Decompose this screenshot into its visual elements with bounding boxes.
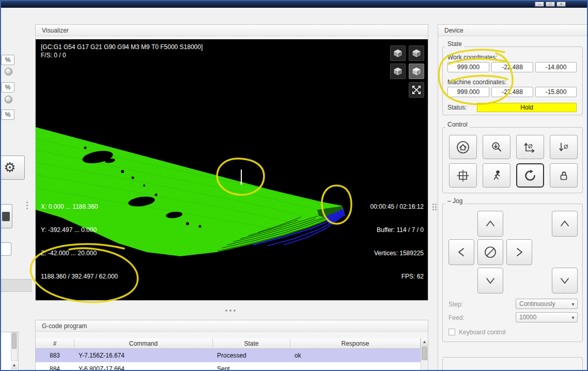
chevron-down-icon [483,273,498,288]
gcode-scrollbar[interactable]: ▲ [421,338,428,370]
gear-icon: ⚙ [4,160,16,176]
feed-override-value: % [1,55,14,65]
column-header-response[interactable]: Response [290,338,421,349]
bounds-x: X: 0.000 ... 1188.360 [41,203,118,211]
zero-z-button[interactable]: Ø [550,135,578,159]
chevron-up-icon [557,216,572,231]
gcode-table-header: # Command State Response [36,338,428,349]
bounds-dimensions: 1188.360 / 392.497 / 62.000 [41,273,118,281]
scroll-up-button[interactable]: ▲ [421,338,428,346]
view-cube-button-3[interactable] [390,64,406,79]
padlock-icon [557,169,570,182]
gcode-row[interactable]: 884 Y-6.800Z-17.664 Sent [36,362,428,371]
probe-search-icon [490,141,503,154]
view-cube-button-2[interactable] [409,45,424,61]
window-titlebar: – □ × [1,1,587,8]
view-cube-button-1[interactable] [390,45,406,61]
jog-down-button[interactable] [477,268,503,293]
gcode-parser-state: [GC:G1 G54 G17 G21 G90 G94 M3 M9 T0 F500… [41,43,203,51]
running-man-icon [490,169,503,182]
status-badge: Hold [477,103,577,112]
cell-response [290,362,421,371]
gcode-row-current[interactable]: 883 Y-7.156Z-16.674 Processed ok [36,349,428,362]
rapid-override-slider[interactable] [5,96,12,103]
jog-title-label: Jog [453,197,462,205]
work-x-field: 999.000 [447,62,489,72]
step-combo[interactable]: Continuously ▾ [516,299,578,309]
cube-icon [411,66,422,76]
left-scroll-up-button[interactable]: ▲ [11,362,18,369]
keyboard-control-label: Keyboard control [459,329,506,336]
keyboard-control-checkbox[interactable] [448,329,455,335]
cell-state: Sent [213,362,290,371]
gcode-scrollbar-thumb[interactable] [422,347,427,360]
rapid-override-value: % [1,82,14,92]
work-coordinates-label: Work coordinates: [447,54,498,61]
svg-text:Ø: Ø [528,143,533,149]
step-label: Step: [448,301,463,308]
fit-view-button[interactable] [409,82,424,98]
gcode-panel: G-code program # Command State Response … [35,320,428,371]
view-cube-button-4[interactable] [409,64,424,79]
machine-x-field: 999.000 [447,87,489,97]
feed-override-slider[interactable] [5,68,12,75]
jog-left-button[interactable] [448,239,474,265]
model-bounds: X: 0.000 ... 1188.360 Y: -392.497 ... 0.… [41,188,118,296]
cell-command: Y-6.800Z-17.664 [74,362,213,371]
visualizer-viewport[interactable]: [GC:G1 G54 G17 G21 G90 G94 M3 M9 T0 F500… [36,39,428,300]
chevron-up-icon [483,216,498,231]
restore-origin-button[interactable] [449,163,477,188]
feed-combo[interactable]: 10000 ▾ [516,312,578,322]
spindle-override-value: % [1,110,14,120]
chevron-down-icon: ▾ [569,301,577,307]
expand-arrows-icon [411,84,422,96]
bounds-y: Y: -392.497 ... 0.000 [41,226,118,234]
cube-icon [393,66,403,76]
reset-circular-arrow-icon [523,169,537,182]
column-header-state[interactable]: State [213,338,290,349]
status-label: Status: [447,104,467,111]
svg-text:Ø: Ø [564,144,568,150]
origin-crosshair-icon [456,169,470,182]
scroll-up-icon: ▲ [423,339,427,344]
buffer-stats: Buffer: 114 / 7 / 0 [370,226,424,234]
left-scrollbar-thumb[interactable] [12,333,17,349]
safe-position-button[interactable] [483,163,510,188]
maximize-button[interactable]: □ [546,2,555,7]
zero-xy-button[interactable]: Ø [516,135,544,159]
close-button[interactable]: × [556,2,566,7]
reset-button[interactable] [516,163,544,188]
z-probe-button[interactable] [483,135,510,159]
device-panel: Device State Work coordinates: 999.000 -… [438,24,587,371]
gcode-table: # Command State Response 883 Y-7.156Z-16… [36,338,428,371]
feed-label: Feed: [448,314,465,321]
column-header-command[interactable]: Command [74,338,213,349]
jog-z-up-button[interactable] [552,211,578,237]
zero-xy-icon: Ø [523,141,537,154]
settings-button[interactable]: ⚙ [0,156,25,180]
collapse-indicator-icon: – [447,197,451,205]
partial-field [0,242,11,256]
left-scrollbar-track[interactable] [11,332,18,361]
vertices-count: Vertices: 1589225 [370,250,424,257]
jog-group-title[interactable]: – Jog [445,197,465,205]
step-value: Continuously [516,300,569,307]
tool-marker [240,169,242,186]
jog-right-button[interactable] [506,239,532,265]
minimize-button[interactable]: – [535,2,544,7]
tool-button[interactable] [0,204,12,228]
visualizer-panel: Visualizer [35,24,428,301]
jog-z-down-button[interactable] [552,268,578,293]
home-button[interactable] [449,135,477,159]
fps-counter: FPS: 62 [370,273,424,281]
cell-command: Y-7.156Z-16.674 [74,349,213,362]
spindle-group-fragment [442,357,583,371]
work-z-field: -14.800 [535,62,577,72]
machine-coordinates-label: Machine coordinates: [447,79,506,86]
render-stats: 00:00:45 / 02:16:12 Buffer: 114 / 7 / 0 … [370,188,424,296]
column-header-num[interactable]: # [36,338,74,349]
jog-up-button[interactable] [477,211,503,237]
jog-stop-button[interactable] [477,239,503,265]
cube-icon [393,48,403,58]
unlock-button[interactable] [550,163,578,188]
